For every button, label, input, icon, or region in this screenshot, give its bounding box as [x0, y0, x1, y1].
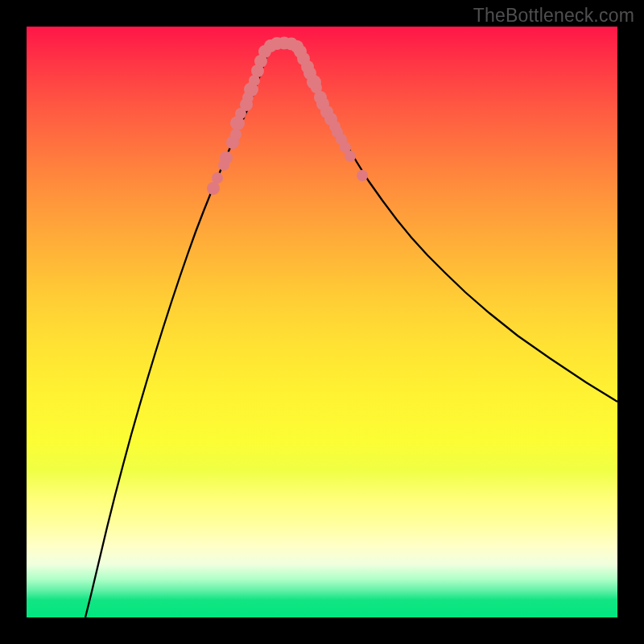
curve-layer [27, 27, 617, 617]
chart-frame: TheBottleneck.com [0, 0, 644, 644]
watermark-text: TheBottleneck.com [473, 5, 634, 27]
left-curve [85, 43, 283, 617]
data-dot [345, 151, 356, 162]
data-dots [207, 37, 368, 196]
data-dot [220, 151, 233, 164]
right-curve [283, 43, 617, 402]
plot-area [27, 27, 617, 617]
data-dot [230, 129, 242, 140]
data-dot [357, 170, 368, 181]
data-dot [212, 172, 223, 184]
data-dot [207, 182, 220, 195]
